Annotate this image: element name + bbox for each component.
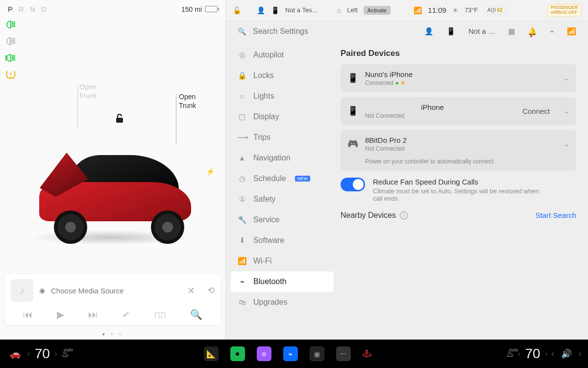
car-icon[interactable]: 🚗 (7, 348, 24, 359)
music-note-icon: ♪ (11, 279, 33, 302)
equalizer-icon[interactable]: ⎍⎍ (154, 309, 166, 320)
chevron-down-icon[interactable]: ⌄ (564, 107, 569, 115)
nav-wifi[interactable]: 📶Wi-Fi (231, 251, 334, 271)
nav-display[interactable]: ▢Display (231, 106, 334, 127)
volume-icon[interactable]: 🔊 (558, 348, 575, 359)
nav-icon: ▲ (238, 154, 246, 162)
chevron-down-icon[interactable]: ⌄ (564, 140, 569, 148)
homelink-label: Left (347, 6, 358, 14)
lock-icon: 🔒 (238, 71, 246, 80)
settings-sidebar: ◎Autopilot 🔒Locks ☼Lights ▢Display ⟿Trip… (226, 42, 339, 340)
driver-temp-control[interactable]: ‹ 70 › (27, 346, 57, 362)
nav-autopilot[interactable]: ◎Autopilot (231, 45, 334, 65)
nav-schedule[interactable]: ◷ScheduleNEW (231, 168, 334, 189)
info-icon[interactable]: i (400, 211, 408, 219)
homelink-icon[interactable]: ⌂ (337, 6, 341, 14)
profile-short[interactable]: Not a … (468, 27, 495, 35)
start-search-button[interactable]: Start Search (536, 211, 576, 219)
temp-down-icon[interactable]: ‹ (27, 350, 30, 358)
wifi-status-icon[interactable]: 📶 (414, 6, 422, 14)
repeat-icon[interactable]: ⟲ (207, 285, 215, 296)
paired-device-row[interactable]: 🎮 8BitDo Pro 2 Not Connected ⌄ Power on … (341, 130, 576, 171)
like-icon[interactable]: ✔ (122, 309, 130, 320)
passenger-temp-control[interactable]: ‹ 70 › (518, 346, 548, 362)
auto-label: Auto (64, 347, 74, 352)
nav-upgrades[interactable]: 🛍Upgrades (231, 292, 334, 313)
vol-up-icon[interactable]: › (579, 349, 581, 358)
profile-icon[interactable]: 👤 (424, 27, 434, 36)
paired-device-row[interactable]: 📱 iPhone Not Connected Connect ⌄ (341, 97, 576, 125)
temp-up-icon[interactable]: › (545, 350, 548, 358)
connect-button[interactable]: Connect (522, 107, 550, 115)
weather-icon[interactable]: ☀ (452, 6, 459, 14)
activate-button[interactable]: Activate (364, 6, 391, 15)
source-icon: ◉ (39, 287, 45, 294)
nav-bluetooth[interactable]: ⌁Bluetooth (231, 271, 334, 292)
nav-locks[interactable]: 🔒Locks (231, 65, 334, 86)
nav-lights[interactable]: ☼Lights (231, 86, 334, 106)
previous-track-icon[interactable]: ⏮ (23, 309, 33, 320)
reduce-fan-toggle[interactable] (341, 178, 365, 191)
clock: 11:09 (428, 6, 446, 14)
play-icon[interactable]: ▶ (57, 309, 64, 320)
open-trunk-button[interactable]: OpenTrunk (179, 93, 196, 110)
next-track-icon[interactable]: ⏭ (88, 309, 98, 320)
nav-app-icon[interactable]: 📐 (204, 346, 219, 361)
route-icon: ⟿ (238, 133, 246, 142)
temp-up-icon[interactable]: › (55, 350, 57, 358)
device-name: iPhone (350, 103, 514, 111)
gamepad-icon: 🎮 (347, 138, 357, 149)
nav-trips[interactable]: ⟿Trips (231, 127, 334, 148)
vol-down-icon[interactable]: ‹ (551, 349, 554, 358)
bottom-dock: 🚗 ‹ 70 › Auto ♨ 📐 ● ⍟ ⌁ ◉ ⋯ 🕹 Auto ♨ ‹ 7… (0, 340, 588, 368)
svg-rect-2 (116, 118, 123, 123)
profile-name[interactable]: Not a Tes… (285, 6, 318, 14)
phone-icon[interactable]: 📱 (446, 27, 456, 36)
battery-icon (205, 6, 218, 12)
media-search-icon[interactable]: 🔍 (190, 309, 202, 320)
unlock-icon[interactable] (115, 113, 124, 126)
podcasts-icon[interactable]: ⍟ (257, 346, 271, 361)
vehicle-status-panel: P R N D 150 mi A (0, 0, 225, 340)
nav-service[interactable]: 🔧Service (231, 210, 334, 230)
phone-icon[interactable]: 📱 (271, 6, 279, 14)
nearby-devices-heading: Nearby Devices (341, 211, 396, 220)
steering-icon: ◎ (238, 51, 246, 59)
arcade-icon[interactable]: 🕹 (359, 349, 375, 359)
profile-icon[interactable]: 👤 (257, 6, 265, 14)
nav-safety[interactable]: ①Safety (231, 189, 334, 210)
phone-device-icon: 📱 (347, 73, 357, 83)
bluetooth-app-icon[interactable]: ⌁ (283, 346, 298, 361)
passenger-temp: 70 (525, 346, 540, 362)
bag-icon: 🛍 (238, 298, 246, 306)
shuffle-icon[interactable]: ⤨ (187, 285, 195, 296)
nav-software[interactable]: ⬇Software (231, 230, 334, 251)
temp-down-icon[interactable]: ‹ (518, 350, 520, 358)
paired-device-row[interactable]: 📱 Nuno's iPhone Connected ● ★ ⌄ (341, 64, 576, 92)
display-icon: ▢ (238, 112, 246, 121)
device-name: 8BitDo Pro 2 (365, 136, 556, 144)
notifications-icon[interactable]: 🔔 (528, 27, 537, 36)
settings-search-input[interactable] (253, 27, 417, 36)
page-dots[interactable]: ● ○ ○ (0, 329, 225, 340)
chevron-down-icon[interactable]: ⌄ (564, 74, 569, 82)
outside-temp: 73°F (465, 6, 478, 14)
battery-range[interactable]: 150 mi (181, 5, 218, 13)
driver-temp: 70 (35, 346, 50, 362)
media-source-picker[interactable]: Choose Media Source (51, 287, 174, 295)
spotify-icon[interactable]: ● (230, 346, 245, 361)
bluetooth-settings-pane: Paired Devices 📱 Nuno's iPhone Connected… (339, 42, 588, 340)
open-frunk-button[interactable]: OpenFrunk (79, 83, 97, 100)
more-apps-icon[interactable]: ⋯ (336, 346, 351, 361)
auto-label: Auto (509, 347, 518, 352)
vehicle-render[interactable] (24, 138, 201, 241)
aqi-badge[interactable]: AQI 62 (484, 6, 506, 14)
toggle-description: Climate must be set to Auto. Settings wi… (373, 187, 549, 202)
nav-navigation[interactable]: ▲Navigation (231, 148, 334, 168)
dashcam-icon[interactable]: ◉ (310, 346, 324, 361)
lock-status-icon[interactable]: 🔓 (233, 6, 241, 14)
bluetooth-icon[interactable]: ⌁ (550, 27, 554, 36)
wifi-icon[interactable]: 📶 (567, 27, 576, 36)
sentry-icon[interactable]: ▦ (508, 27, 515, 36)
new-badge: NEW (295, 176, 310, 182)
